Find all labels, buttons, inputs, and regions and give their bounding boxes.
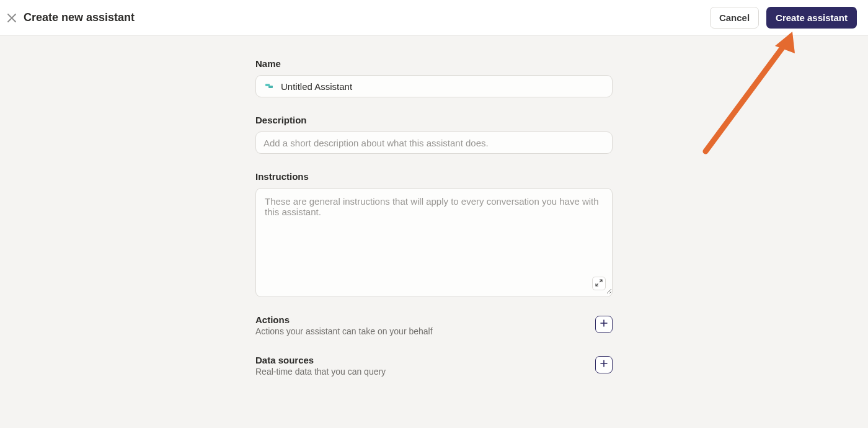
create-assistant-button[interactable]: Create assistant — [766, 7, 857, 29]
data-sources-subtitle: Real-time data that you can query — [255, 367, 595, 377]
instructions-textarea[interactable] — [256, 189, 612, 294]
description-input-wrapper[interactable] — [255, 132, 613, 154]
add-data-source-button[interactable] — [595, 356, 613, 373]
header-right: Cancel Create assistant — [710, 7, 857, 29]
expand-button[interactable] — [592, 277, 606, 290]
header-bar: Create new assistant Cancel Create assis… — [0, 0, 868, 36]
svg-rect-1 — [268, 86, 273, 88]
page-title: Create new assistant — [24, 11, 135, 24]
actions-title: Actions — [255, 314, 595, 325]
form-container: Name Description Instructions — [255, 58, 613, 377]
instructions-wrapper — [255, 188, 613, 297]
data-sources-title: Data sources — [255, 355, 595, 365]
name-label: Name — [255, 58, 613, 69]
annotation-arrow — [699, 27, 805, 160]
actions-subtitle: Actions your assistant can take on your … — [255, 326, 595, 336]
svg-line-2 — [706, 38, 789, 151]
close-icon[interactable] — [6, 12, 17, 24]
instructions-label: Instructions — [255, 171, 613, 182]
assistant-avatar-icon — [264, 80, 276, 92]
description-label: Description — [255, 115, 613, 125]
plus-icon — [600, 359, 608, 370]
instructions-group: Instructions — [255, 171, 613, 297]
header-left: Create new assistant — [6, 11, 135, 24]
name-input[interactable] — [281, 81, 604, 92]
plus-icon — [600, 319, 608, 330]
actions-section: Actions Actions your assistant can take … — [255, 314, 613, 336]
data-sources-text: Data sources Real-time data that you can… — [255, 355, 595, 377]
expand-icon — [595, 278, 603, 289]
data-sources-section: Data sources Real-time data that you can… — [255, 355, 613, 377]
add-action-button[interactable] — [595, 316, 613, 333]
description-group: Description — [255, 115, 613, 154]
description-input[interactable] — [264, 138, 604, 148]
name-group: Name — [255, 58, 613, 97]
name-input-wrapper[interactable] — [255, 75, 613, 97]
actions-text: Actions Actions your assistant can take … — [255, 314, 595, 336]
cancel-button[interactable]: Cancel — [710, 7, 759, 29]
